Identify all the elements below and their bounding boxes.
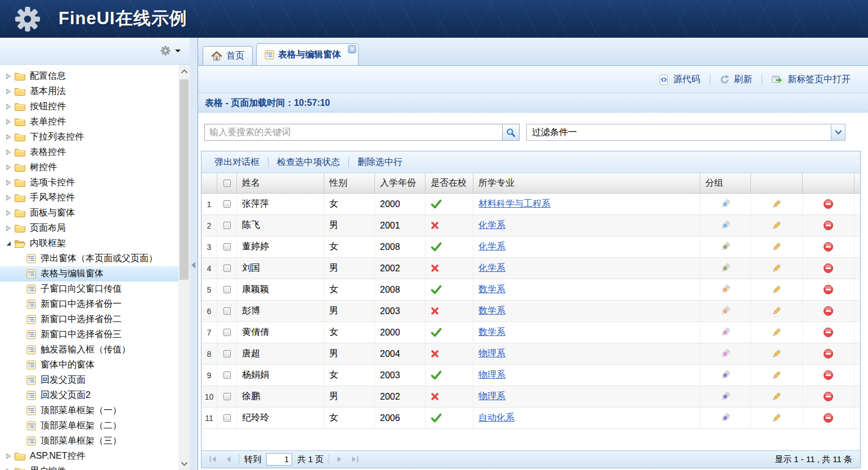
grid-toolbar-button[interactable]: 删除选中行 [349,156,411,168]
row-checkbox[interactable] [223,393,231,400]
filter-dropdown[interactable]: 过滤条件一 [526,124,845,141]
tree-leaf[interactable]: 子窗口向父窗口传值 [0,281,178,297]
expander-collapsed-icon[interactable] [5,119,12,125]
row-checkbox[interactable] [223,243,231,250]
major-link[interactable]: 材料科学与工程系 [478,198,551,210]
tree-leaf[interactable]: 顶部菜单框架（二） [0,418,178,433]
delete-button[interactable] [823,306,834,316]
tree-folder[interactable]: 配置信息 [0,69,178,84]
grid-toolbar-button[interactable]: 检查选中项状态 [269,156,348,168]
tree-leaf[interactable]: 表格与编辑窗体 [0,266,178,281]
delete-button[interactable] [823,263,834,274]
row-checkbox[interactable] [223,200,231,208]
major-link[interactable]: 数学系 [478,305,505,317]
expander-collapsed-icon[interactable] [5,73,12,79]
header-name[interactable]: 姓名 [237,173,324,193]
major-link[interactable]: 化学系 [478,262,505,274]
row-checkbox[interactable] [223,350,231,357]
search-input[interactable] [204,124,503,141]
tab-active[interactable]: 表格与编辑窗体× [256,43,359,65]
tree-folder[interactable]: 基本用法 [0,84,178,99]
delete-button[interactable] [823,370,834,381]
edit-button[interactable] [771,370,782,381]
header-group[interactable]: 分组 [700,173,751,193]
header-enrolled[interactable]: 是否在校 [426,173,473,193]
scroll-down-icon[interactable] [178,458,190,469]
delete-button[interactable] [823,284,834,295]
edit-button[interactable] [771,306,782,316]
expander-collapsed-icon[interactable] [5,225,12,231]
select-all-checkbox[interactable] [223,180,231,187]
action-code[interactable]: 源代码 [649,74,710,86]
expander-expanded-icon[interactable] [5,240,12,247]
major-link[interactable]: 化学系 [478,241,505,253]
tree-folder[interactable]: 按钮控件 [0,99,178,114]
edit-button[interactable] [771,241,782,252]
next-page-button[interactable] [334,456,344,463]
tree-folder[interactable]: 表单控件 [0,114,178,129]
edit-button[interactable] [771,263,782,274]
dropdown-arrow-button[interactable] [831,124,845,140]
tree-folder[interactable]: ASP.NET控件 [0,449,178,464]
expander-collapsed-icon[interactable] [5,134,12,140]
expander-collapsed-icon[interactable] [5,104,12,110]
tree-leaf[interactable]: 窗体中的窗体 [0,357,178,373]
header-major[interactable]: 所学专业 [473,173,700,193]
tree-leaf[interactable]: 回发父页面2 [0,388,178,403]
expander-collapsed-icon[interactable] [5,180,12,186]
sidebar-collapse-handle[interactable] [190,38,198,470]
major-link[interactable]: 自动化系 [478,412,514,424]
header-year[interactable]: 入学年份 [375,173,426,193]
last-page-button[interactable] [350,456,361,463]
delete-button[interactable] [823,391,834,402]
tree-leaf[interactable]: 回发父页面 [0,373,178,388]
major-link[interactable]: 数学系 [478,326,505,338]
delete-button[interactable] [823,348,834,359]
row-checkbox[interactable] [223,307,231,315]
tree-leaf[interactable]: 触发器输入框（传值） [0,342,178,357]
delete-button[interactable] [823,199,834,209]
major-link[interactable]: 物理系 [478,391,505,402]
scrollbar-thumb[interactable] [180,79,189,280]
tree-leaf[interactable]: 弹出窗体（本页面或父页面） [0,251,178,266]
delete-button[interactable] [823,220,834,231]
expander-collapsed-icon[interactable] [5,453,12,459]
edit-button[interactable] [771,199,782,209]
row-checkbox[interactable] [223,414,231,422]
expander-collapsed-icon[interactable] [5,195,12,201]
row-checkbox[interactable] [223,222,231,229]
delete-button[interactable] [823,327,834,338]
tree-leaf[interactable]: 顶部菜单框架（一） [0,403,178,418]
tree-folder[interactable]: 面板与窗体 [0,205,178,221]
row-checkbox[interactable] [223,265,231,272]
tab-inactive[interactable]: 首页 [203,46,253,65]
row-checkbox[interactable] [223,371,231,379]
delete-button[interactable] [823,413,834,423]
tree-folder[interactable]: 树控件 [0,160,178,175]
tree-leaf[interactable]: 顶部菜单框架（三） [0,433,178,449]
tree-folder[interactable]: 选项卡控件 [0,175,178,190]
first-page-button[interactable] [207,456,218,463]
tree-leaf[interactable]: 新窗口中选择省份三 [0,327,178,342]
expander-collapsed-icon[interactable] [5,149,12,155]
tree-folder[interactable]: 手风琴控件 [0,190,178,205]
tree-leaf[interactable]: 新窗口中选择省份一 [0,297,178,312]
edit-button[interactable] [771,348,782,359]
page-number-input[interactable] [266,453,292,465]
major-link[interactable]: 物理系 [478,348,505,360]
expander-collapsed-icon[interactable] [5,210,12,216]
row-checkbox[interactable] [223,329,231,336]
edit-button[interactable] [771,284,782,295]
sidebar-scrollbar[interactable] [178,65,190,470]
tree-leaf[interactable]: 新窗口中选择省份二 [0,312,178,327]
close-icon[interactable]: × [348,45,356,53]
header-gender[interactable]: 性别 [324,173,375,193]
major-link[interactable]: 化学系 [478,220,505,231]
tree-folder[interactable]: 下拉列表控件 [0,129,178,145]
edit-button[interactable] [771,391,782,402]
settings-menu-button[interactable] [160,46,181,56]
expander-collapsed-icon[interactable] [5,164,12,171]
action-newtab[interactable]: 新标签页中打开 [762,74,860,86]
edit-button[interactable] [771,327,782,338]
major-link[interactable]: 物理系 [478,369,505,381]
